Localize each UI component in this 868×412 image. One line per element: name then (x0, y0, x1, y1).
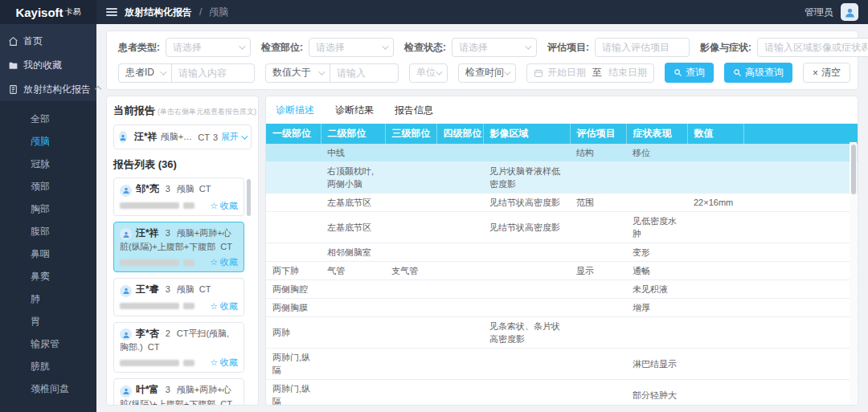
value-compare-select[interactable]: 数值大于 (266, 64, 330, 82)
user-avatar[interactable] (841, 3, 858, 21)
filter-input-4[interactable] (764, 42, 867, 53)
tab-2[interactable]: 报告信息 (395, 104, 433, 117)
table-cell[interactable] (570, 380, 626, 406)
table-cell[interactable] (321, 280, 385, 299)
sidebar-item-home[interactable]: 首页 (0, 29, 96, 53)
table-cell[interactable] (436, 299, 483, 317)
table-cell[interactable] (385, 212, 436, 243)
table-cell[interactable] (483, 262, 570, 280)
table-cell[interactable]: 两下肺 (266, 262, 321, 280)
favorite-button[interactable]: ☆收藏 (210, 300, 238, 312)
table-cell[interactable] (687, 144, 743, 162)
filter-select-0[interactable]: 请选择 (166, 38, 251, 57)
table-cell[interactable] (385, 194, 436, 212)
sidebar-subitem-12[interactable]: 颈椎间盘 (0, 377, 96, 400)
table-cell[interactable]: 淋巴结显示 (626, 349, 687, 380)
table-cell[interactable] (483, 349, 570, 380)
table-cell[interactable]: 左基底节区 (321, 212, 385, 243)
table-cell[interactable] (570, 162, 626, 194)
sidebar-subitem-1[interactable]: 颅脑 (0, 130, 96, 153)
table-cell[interactable] (385, 317, 436, 349)
sidebar-subitem-10[interactable]: 输尿管 (0, 332, 96, 355)
table-cell[interactable]: 见条索状、条片状高密度影 (483, 317, 570, 349)
table-cell[interactable] (321, 380, 385, 406)
sidebar-subitem-6[interactable]: 鼻咽 (0, 243, 96, 265)
table-cell[interactable] (483, 243, 570, 262)
search-button[interactable]: 查询 (665, 63, 714, 83)
table-cell[interactable]: 增厚 (626, 299, 687, 317)
table-cell[interactable]: 支气管 (385, 262, 436, 280)
table-cell[interactable]: 通畅 (626, 262, 687, 280)
patient-id-select[interactable]: 患者ID (119, 64, 172, 82)
table-cell[interactable]: 部分轻肿大 (626, 380, 687, 406)
table-cell[interactable]: 未见积液 (626, 280, 687, 299)
table-cell[interactable]: 见片状脑脊液样低密度影 (483, 162, 570, 194)
table-cell[interactable]: 右顶颞枕叶,两侧小脑 (321, 162, 385, 194)
table-cell[interactable] (687, 212, 743, 243)
table-cell[interactable]: 两肺门,纵隔 (266, 380, 321, 406)
table-cell[interactable] (385, 280, 436, 299)
table-cell[interactable] (266, 243, 321, 262)
table-cell[interactable]: 显示 (570, 262, 626, 280)
report-list-item[interactable]: 叶*富3颅脑+两肺+心脏(纵隔)+上腹部+下腹部CT☆收藏 (113, 378, 244, 405)
table-row[interactable]: 两肺门,纵隔部分轻肿大 (266, 380, 858, 406)
table-cell[interactable] (483, 299, 570, 317)
value-input[interactable] (337, 67, 391, 79)
sidebar-subitem-8[interactable]: 肺 (0, 288, 96, 310)
table-cell[interactable] (385, 349, 436, 380)
filter-select-2[interactable]: 请选择 (452, 38, 537, 57)
favorite-button[interactable]: ☆收藏 (210, 357, 238, 369)
sidebar-subitem-11[interactable]: 膀胱 (0, 355, 96, 377)
table-cell[interactable] (321, 299, 385, 317)
sidebar-subitem-2[interactable]: 冠脉 (0, 153, 96, 175)
table-cell[interactable] (385, 144, 436, 162)
scrollbar-thumb[interactable] (247, 179, 251, 216)
table-cell[interactable] (687, 380, 743, 406)
table-cell[interactable] (570, 212, 626, 243)
sidebar-subitem-0[interactable]: 全部 (0, 108, 96, 130)
table-cell[interactable] (436, 162, 483, 194)
tab-0[interactable]: 诊断描述 (276, 104, 314, 117)
table-cell[interactable]: 见结节状高密度影 (483, 212, 570, 243)
sidebar-item-structured-report[interactable]: 放射结构化报告 (0, 77, 96, 101)
report-list-item[interactable]: 汪*祥3颅脑+两肺+心脏(纵隔)+上腹部+下腹部CT☆收藏 (113, 222, 244, 273)
table-cell[interactable] (266, 212, 321, 243)
table-cell[interactable]: 结构 (570, 144, 626, 162)
table-row[interactable]: 两肺门,纵隔淋巴结显示 (266, 349, 858, 380)
table-cell[interactable]: 移位 (626, 144, 687, 162)
table-cell[interactable] (436, 280, 483, 299)
unit-select[interactable]: 单位 (409, 63, 448, 83)
report-list-item[interactable]: 邹*亮3颅脑CT☆收藏 (113, 177, 244, 216)
table-cell[interactable]: 两肺 (266, 317, 321, 349)
sidebar-subitem-3[interactable]: 颈部 (0, 175, 96, 198)
table-cell[interactable] (436, 194, 483, 212)
breadcrumb-root[interactable]: 放射结构化报告 (125, 6, 192, 19)
table-cell[interactable] (321, 317, 385, 349)
table-cell[interactable] (385, 380, 436, 406)
table-cell[interactable]: 左基底节区 (321, 194, 385, 212)
table-cell[interactable] (385, 162, 436, 194)
table-cell[interactable] (266, 144, 321, 162)
advanced-search-button[interactable]: 高级查询 (724, 63, 792, 83)
menu-collapse-icon[interactable] (106, 8, 117, 16)
table-cell[interactable] (687, 280, 743, 299)
table-cell[interactable] (385, 299, 436, 317)
app-logo[interactable]: Kayisoft 卡易 (0, 0, 96, 24)
table-cell[interactable] (687, 162, 743, 194)
tab-1[interactable]: 诊断结果 (335, 104, 374, 117)
table-scrollbar[interactable] (850, 142, 857, 403)
table-cell[interactable] (436, 317, 483, 349)
table-cell[interactable]: 两侧胸腔 (266, 280, 321, 299)
table-cell[interactable] (436, 243, 483, 262)
table-cell[interactable] (483, 280, 570, 299)
table-cell[interactable] (570, 349, 626, 380)
table-cell[interactable] (570, 299, 626, 317)
table-cell[interactable]: 见结节状高密度影 (483, 194, 570, 212)
table-cell[interactable]: 见低密度水肿 (626, 212, 687, 243)
table-cell[interactable]: 范围 (570, 194, 626, 212)
table-cell[interactable] (626, 194, 687, 212)
report-list-item[interactable]: 王*睿3颅脑CT☆收藏 (113, 278, 244, 316)
table-cell[interactable]: 气管 (321, 262, 385, 280)
table-cell[interactable]: 两侧胸膜 (266, 299, 321, 317)
table-cell[interactable] (436, 262, 483, 280)
